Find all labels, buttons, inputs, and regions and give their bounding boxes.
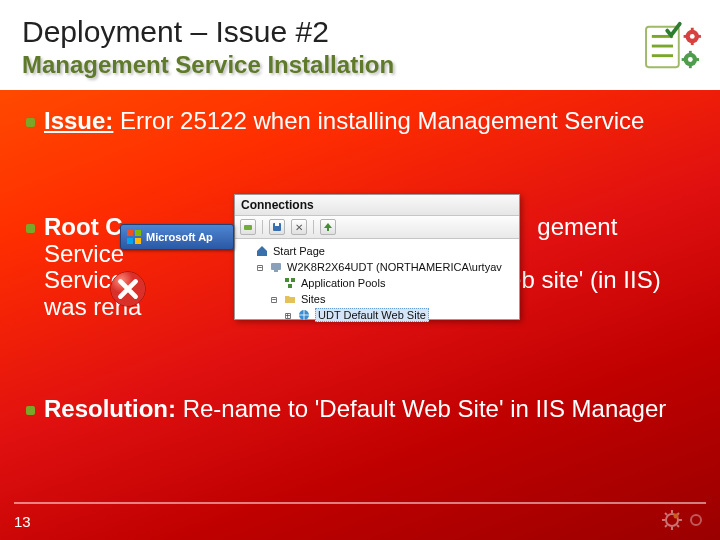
svg-point-5 bbox=[690, 34, 695, 39]
svg-rect-23 bbox=[288, 284, 292, 288]
taskbar-label: Microsoft Ap bbox=[146, 231, 213, 243]
tree-label: Sites bbox=[301, 293, 325, 305]
svg-rect-26 bbox=[135, 230, 141, 236]
tree-label: W2K8R2X64UDT (NORTHAMERICA\urtyav bbox=[287, 261, 502, 273]
up-icon[interactable] bbox=[320, 219, 336, 235]
tree-label: Application Pools bbox=[301, 277, 385, 289]
gear-icon bbox=[662, 510, 682, 530]
svg-rect-21 bbox=[285, 278, 289, 282]
home-icon bbox=[255, 244, 269, 258]
collapse-icon[interactable]: ⊟ bbox=[255, 262, 265, 273]
svg-rect-19 bbox=[271, 263, 281, 270]
iis-toolbar: ✕ bbox=[235, 216, 519, 239]
expand-icon[interactable]: ⊞ bbox=[283, 310, 293, 321]
tree-sites-node[interactable]: ⊟ Sites bbox=[241, 291, 515, 307]
page-number: 13 bbox=[14, 513, 31, 530]
tree-server-node[interactable]: ⊟ W2K8R2X64UDT (NORTHAMERICA\urtyav bbox=[241, 259, 515, 275]
iis-tree: Start Page ⊟ W2K8R2X64UDT (NORTHAMERICA\… bbox=[235, 239, 519, 319]
server-icon bbox=[269, 260, 283, 274]
app-pools-icon bbox=[283, 276, 297, 290]
tree-start-page[interactable]: Start Page bbox=[241, 243, 515, 259]
toolbar-separator bbox=[262, 220, 263, 234]
delete-icon[interactable]: ✕ bbox=[291, 219, 307, 235]
iis-connections-panel: Connections ✕ Start Page ⊟ W2K8R2 bbox=[234, 194, 520, 320]
tree-app-pools[interactable]: Application Pools bbox=[241, 275, 515, 291]
bullet-resolution: Resolution: Re-name to 'Default Web Site… bbox=[44, 396, 692, 422]
title-block: Deployment – Issue #2 Management Service… bbox=[22, 15, 394, 79]
connect-icon[interactable] bbox=[240, 219, 256, 235]
footer-icons bbox=[662, 510, 706, 530]
tree-site-item[interactable]: ⊞ UDT Default Web Site bbox=[241, 307, 515, 323]
svg-line-37 bbox=[677, 525, 679, 527]
slide: Deployment – Issue #2 Management Service… bbox=[0, 0, 720, 540]
iis-panel-title: Connections bbox=[235, 195, 519, 216]
resolution-label: Resolution: bbox=[44, 395, 176, 422]
svg-rect-25 bbox=[127, 230, 133, 236]
issue-label: Issue: bbox=[44, 107, 113, 134]
folder-icon bbox=[283, 292, 297, 306]
globe-icon bbox=[297, 308, 311, 322]
svg-line-39 bbox=[665, 525, 667, 527]
svg-rect-18 bbox=[275, 223, 279, 226]
bullet-issue: Issue: Error 25122 when installing Manag… bbox=[44, 108, 692, 134]
svg-line-36 bbox=[665, 513, 667, 515]
slide-header: Deployment – Issue #2 Management Service… bbox=[0, 0, 720, 90]
tree-label-selected: UDT Default Web Site bbox=[315, 308, 429, 322]
issue-text: Error 25122 when installing Management S… bbox=[113, 107, 644, 134]
slide-footer: 13 bbox=[0, 502, 720, 540]
slide-title: Deployment – Issue #2 bbox=[22, 15, 394, 49]
svg-rect-16 bbox=[244, 225, 252, 230]
svg-rect-20 bbox=[274, 270, 278, 272]
root-cause-label: Root C bbox=[44, 213, 123, 240]
save-icon[interactable] bbox=[269, 219, 285, 235]
taskbar-button[interactable]: Microsoft Ap bbox=[120, 224, 234, 250]
svg-point-40 bbox=[674, 514, 679, 519]
checklist-gear-icon bbox=[644, 21, 702, 73]
svg-rect-22 bbox=[291, 278, 295, 282]
toolbar-separator bbox=[313, 220, 314, 234]
svg-point-11 bbox=[688, 57, 693, 62]
error-icon bbox=[109, 270, 147, 308]
slide-subtitle: Management Service Installation bbox=[22, 51, 394, 79]
svg-rect-28 bbox=[135, 238, 141, 244]
resolution-text: Re-name to 'Default Web Site' in IIS Man… bbox=[176, 395, 666, 422]
windows-logo-icon bbox=[127, 230, 141, 244]
gear-small-icon bbox=[686, 510, 706, 530]
collapse-icon[interactable]: ⊟ bbox=[269, 294, 279, 305]
svg-rect-27 bbox=[127, 238, 133, 244]
svg-point-41 bbox=[691, 515, 701, 525]
tree-label: Start Page bbox=[273, 245, 325, 257]
